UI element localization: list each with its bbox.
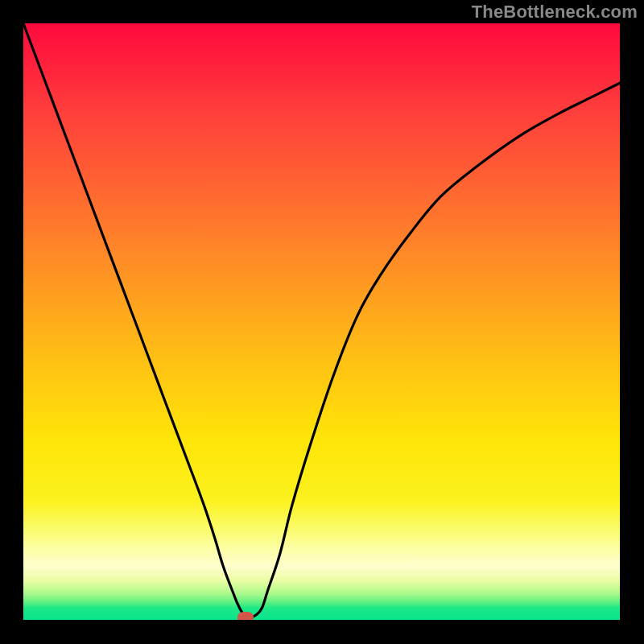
marker-dot bbox=[237, 612, 254, 620]
watermark-text: TheBottleneck.com bbox=[472, 2, 638, 23]
plot-area bbox=[23, 23, 620, 620]
chart-frame: TheBottleneck.com bbox=[0, 0, 644, 644]
bottleneck-curve bbox=[23, 23, 620, 620]
